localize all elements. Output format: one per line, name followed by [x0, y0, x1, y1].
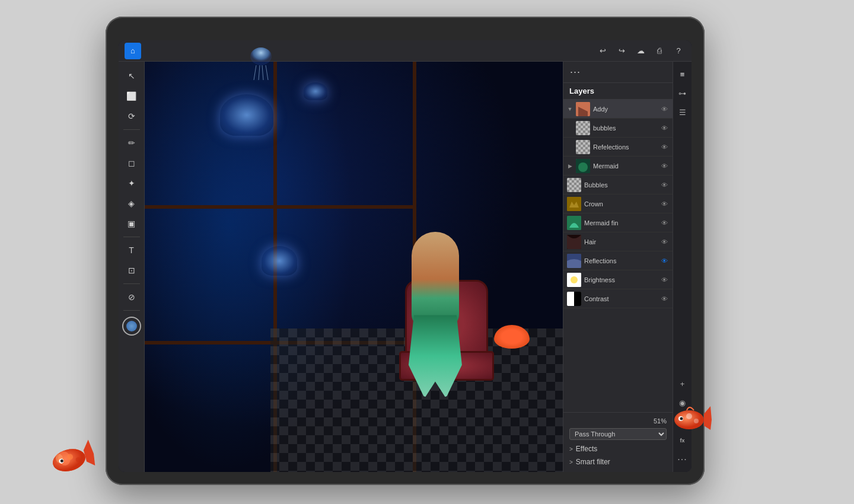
tool-separator-3 — [123, 283, 140, 284]
layer-name-mermaid-fin: Mermaid fin — [584, 219, 657, 227]
layer-thumb-mermaid-fin — [567, 216, 581, 230]
window-bar-horizontal-top — [145, 205, 413, 209]
svg-line-21 — [254, 65, 256, 80]
layer-thumb-reflections — [576, 140, 590, 154]
layers-panel-button[interactable]: ≡ — [675, 66, 690, 82]
zoom-value: 51% — [654, 417, 667, 425]
more-options-button[interactable]: ··· — [675, 452, 690, 467]
ipad-device: ⌂ ↩ ↪ ☁ ⎙ ? ↖ — [106, 17, 705, 485]
goldfish-canvas — [494, 325, 530, 349]
layer-row-brightness[interactable]: Brightness 👁 — [563, 270, 673, 289]
layer-visibility-contrast[interactable]: 👁 — [659, 294, 669, 304]
mermaid-tail — [409, 315, 462, 398]
cloud-button[interactable]: ☁ — [633, 44, 648, 58]
panel-more-icon[interactable]: ··· — [568, 65, 582, 79]
layer-visibility-bubbles[interactable]: 👁 — [659, 123, 669, 133]
eyedropper-button[interactable]: ⊘ — [121, 288, 142, 307]
layer-thumb-crown — [567, 197, 581, 211]
smart-filter-arrow: > — [569, 459, 573, 465]
right-panel: ··· Layers ▼ — [563, 62, 673, 472]
collapse-arrow-addy[interactable]: ▼ — [567, 106, 573, 112]
layer-visibility-hair[interactable]: 👁 — [659, 237, 669, 247]
layer-row-addy[interactable]: ▼ Addy 👁 — [563, 100, 673, 119]
add-layer-button[interactable]: + — [675, 376, 690, 391]
layer-row-bubbles[interactable]: bubbles 👁 — [563, 119, 673, 138]
layer-row-hair[interactable]: Hair 👁 — [563, 232, 673, 251]
layers-icon: ≡ — [680, 70, 685, 79]
fx-button[interactable]: fx — [675, 433, 690, 448]
tool-separator-4 — [123, 310, 140, 311]
layer-row-mermaid[interactable]: ▶ Mermaid 👁 — [563, 157, 673, 176]
mermaid-figure — [400, 232, 471, 398]
adjustments-panel-button[interactable]: ⊶ — [675, 85, 690, 101]
svg-rect-10 — [567, 292, 574, 306]
layer-visibility-bubbles2[interactable]: 👁 — [659, 180, 669, 190]
canvas-area[interactable] — [145, 62, 563, 472]
adjust-icon: ⊶ — [678, 89, 686, 98]
svg-point-29 — [694, 419, 699, 423]
layer-thumb-hair — [567, 235, 581, 249]
effects-label: Effects — [576, 445, 597, 453]
effects-arrow: > — [569, 446, 573, 452]
left-toolbar: ↖ ⬜ ⟳ ✏ ◻ ✦ ◈ ▣ T ⊡ ⊘ — [119, 62, 145, 472]
undo-button[interactable]: ↩ — [595, 44, 610, 58]
layer-visibility-reflections[interactable]: 👁 — [659, 142, 669, 152]
svg-line-22 — [259, 65, 260, 80]
effects-row[interactable]: > Effects — [569, 442, 667, 455]
help-button[interactable]: ? — [671, 44, 686, 58]
layer-thumb-reflections2 — [567, 254, 581, 268]
share-button[interactable]: ⎙ — [652, 44, 667, 58]
layer-visibility-mermaid-fin[interactable]: 👁 — [659, 218, 669, 228]
layer-row-crown[interactable]: Crown 👁 — [563, 194, 673, 213]
zoom-display: 51% — [569, 416, 667, 426]
layer-visibility-reflections2[interactable]: 👁 — [659, 256, 669, 266]
svg-point-25 — [674, 410, 704, 429]
image-tool-button[interactable]: ⊡ — [121, 261, 142, 280]
layer-visibility-addy[interactable]: 👁 — [659, 104, 669, 114]
clone-stamp-button[interactable]: ✦ — [121, 174, 142, 193]
goldfish-bottom-left — [44, 433, 99, 480]
retouch-button[interactable]: ◈ — [121, 194, 142, 213]
ipad-screen: ⌂ ↩ ↪ ☁ ⎙ ? ↖ — [119, 40, 692, 472]
collapse-arrow-mermaid[interactable]: ▶ — [567, 163, 573, 169]
layer-name-crown: Crown — [584, 200, 657, 208]
layer-row-bubbles2[interactable]: Bubbles 👁 — [563, 176, 673, 194]
fill-button[interactable]: ▣ — [121, 214, 142, 233]
layer-thumb-brightness — [567, 273, 581, 287]
layer-row-contrast[interactable]: Contrast 👁 — [563, 289, 673, 308]
brush-inner — [126, 321, 137, 331]
brush-size-indicator[interactable] — [122, 317, 141, 336]
eraser-tool-button[interactable]: ◻ — [121, 154, 142, 173]
properties-panel-button[interactable]: ☰ — [675, 104, 690, 120]
svg-point-20 — [250, 47, 272, 65]
bottom-panel: 51% Pass Through > Effects — [563, 412, 673, 472]
smart-filter-label: Smart filter — [576, 458, 610, 466]
layer-thumb-bubbles — [576, 121, 590, 135]
layer-visibility-crown[interactable]: 👁 — [659, 199, 669, 209]
jellyfish-outside-top — [249, 47, 273, 80]
rectangle-select-button[interactable]: ⬜ — [121, 87, 142, 106]
add-layer-icon: + — [680, 379, 685, 388]
smart-filter-row[interactable]: > Smart filter — [569, 455, 667, 468]
lasso-tool-button[interactable]: ⟳ — [121, 107, 142, 126]
app-header: ⌂ ↩ ↪ ☁ ⎙ ? — [119, 40, 692, 62]
layer-name-brightness: Brightness — [584, 276, 657, 283]
select-tool-button[interactable]: ↖ — [121, 66, 142, 85]
blend-mode-select[interactable]: Pass Through — [569, 428, 667, 440]
layers-panel-header: Layers — [563, 83, 673, 100]
layer-row-mermaid-fin[interactable]: Mermaid fin 👁 — [563, 213, 673, 232]
home-button[interactable]: ⌂ — [125, 43, 141, 59]
layer-thumb-mermaid — [576, 159, 590, 173]
brush-tool-button[interactable]: ✏ — [121, 133, 142, 152]
text-tool-button[interactable]: T — [121, 241, 142, 260]
layers-panel-title: Layers — [569, 87, 594, 95]
panel-top-toolbar: ··· — [563, 62, 673, 83]
layer-visibility-brightness[interactable]: 👁 — [659, 275, 669, 285]
layer-row-reflections2[interactable]: Reflections 👁 — [563, 251, 673, 270]
layer-visibility-mermaid[interactable]: 👁 — [659, 161, 669, 171]
tool-separator-1 — [123, 129, 140, 130]
redo-button[interactable]: ↪ — [614, 44, 629, 58]
layer-name-bubbles2: Bubbles — [584, 181, 657, 189]
layer-row-reflections[interactable]: Refelections 👁 — [563, 138, 673, 157]
layer-name-contrast: Contrast — [584, 295, 657, 302]
